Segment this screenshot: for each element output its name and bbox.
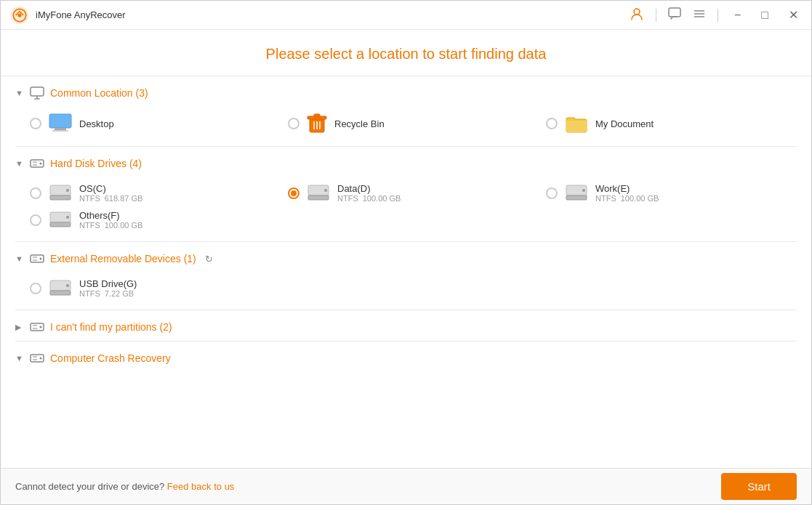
refresh-icon[interactable]: ↻ (205, 254, 213, 264)
item-data-d[interactable]: Data(D) NTFS 100.00 GB (288, 183, 539, 203)
data-d-name: Data(D) (337, 183, 401, 194)
user-icon[interactable] (630, 7, 644, 23)
partition-icon-section (30, 320, 44, 334)
usb-g-info: USB Drive(G) NTFS 7.22 GB (79, 278, 137, 298)
item-os-c[interactable]: OS(C) NTFS 618.87 GB (30, 183, 281, 203)
work-e-name: Work(E) (595, 183, 659, 194)
main-window: iMyFone AnyRecover (0, 0, 812, 505)
section-title-external: External Removable Devices (1) (50, 253, 196, 264)
bottom-text: Cannot detect your drive or device? Feed… (15, 481, 721, 492)
svg-rect-4 (669, 8, 680, 17)
radio-usb-g[interactable] (30, 283, 41, 294)
radio-data-d[interactable] (288, 187, 300, 199)
section-title-crash: Computer Crash Recovery (50, 352, 171, 364)
minimize-button[interactable]: − (730, 7, 745, 23)
svg-point-35 (40, 258, 42, 260)
my-document-info: My Document (595, 118, 654, 129)
bottom-bar: Cannot detect your drive or device? Feed… (1, 468, 811, 504)
work-e-fs: NTFS (595, 194, 616, 203)
item-others-f[interactable]: Others(F) NTFS 100.00 GB (30, 210, 281, 230)
app-title: iMyFone AnyRecover (36, 9, 630, 20)
close-button[interactable]: ✕ (784, 7, 803, 23)
data-d-meta: NTFS 100.00 GB (337, 194, 401, 203)
others-f-fs: NTFS (79, 221, 100, 230)
svg-rect-11 (52, 130, 68, 132)
desktop-info: Desktop (79, 118, 114, 129)
external-items: USB Drive(G) NTFS 7.22 GB (15, 272, 797, 310)
section-header-external[interactable]: ▼ External Removable Devices (1) ↻ (15, 242, 797, 272)
recycle-bin-name: Recycle Bin (334, 118, 385, 129)
section-external: ▼ External Removable Devices (1) ↻ (15, 242, 797, 310)
os-c-name: OS(C) (79, 183, 142, 194)
os-c-meta: NTFS 618.87 GB (79, 194, 142, 203)
drive-f-icon (49, 211, 72, 230)
item-work-e[interactable]: Work(E) NTFS 100.00 GB (546, 183, 797, 203)
hard-disk-items: OS(C) NTFS 618.87 GB (15, 177, 797, 241)
start-button[interactable]: Start (721, 473, 797, 500)
page-title: Please select a location to start findin… (1, 30, 811, 76)
maximize-button[interactable]: □ (757, 7, 773, 23)
section-common-location: ▼ Common Location (3) (15, 76, 797, 147)
work-e-meta: NTFS 100.00 GB (595, 194, 659, 203)
item-my-document[interactable]: My Document (546, 113, 797, 134)
section-title-hdd: Hard Disk Drives (4) (50, 158, 142, 169)
item-recycle-bin[interactable]: Recycle Bin (288, 113, 539, 134)
chevron-down-icon-crash: ▼ (15, 354, 24, 363)
os-c-fs: NTFS (79, 194, 100, 203)
recycle-bin-icon (307, 113, 327, 134)
crash-icon-section (30, 352, 44, 365)
others-f-meta: NTFS 100.00 GB (79, 221, 142, 230)
removable-icon-section (30, 252, 44, 265)
my-document-name: My Document (595, 118, 654, 129)
section-hard-disk: ▼ Hard Disk Drives (4) (15, 147, 797, 242)
radio-document[interactable] (546, 118, 558, 129)
common-location-items: Desktop (15, 107, 797, 146)
section-header-crash[interactable]: ▼ Computer Crash Recovery (15, 342, 797, 372)
main-content: Please select a location to start findin… (1, 30, 811, 468)
radio-recycle[interactable] (288, 118, 300, 129)
usb-g-fs: NTFS (79, 289, 100, 298)
work-e-size: 100.00 GB (621, 194, 659, 203)
svg-rect-39 (50, 291, 71, 295)
chevron-down-icon: ▼ (15, 89, 24, 97)
title-bar: iMyFone AnyRecover (1, 1, 811, 30)
os-c-size: 618.87 GB (105, 194, 143, 203)
section-header-common[interactable]: ▼ Common Location (3) (15, 76, 797, 107)
svg-point-19 (40, 163, 42, 165)
usb-icon (49, 279, 72, 298)
svg-point-42 (40, 326, 42, 328)
radio-os-c[interactable] (30, 187, 41, 199)
svg-rect-23 (50, 195, 71, 200)
chevron-right-icon: ▶ (15, 323, 24, 332)
drive-d-icon (307, 184, 330, 203)
scroll-area[interactable]: ▼ Common Location (3) (1, 76, 811, 468)
recycle-bin-info: Recycle Bin (334, 118, 385, 129)
separator (656, 9, 656, 22)
radio-work-e[interactable] (546, 187, 558, 199)
svg-point-40 (66, 284, 69, 287)
svg-rect-14 (314, 114, 320, 117)
item-desktop[interactable]: Desktop (30, 113, 281, 134)
menu-icon[interactable] (693, 7, 706, 23)
svg-rect-32 (50, 222, 71, 227)
data-d-fs: NTFS (337, 194, 358, 203)
section-header-cant-find[interactable]: ▶ I can't find my partitions (2) (15, 310, 797, 341)
drive-c-icon (49, 184, 72, 203)
desktop-icon (49, 113, 72, 134)
chat-icon[interactable] (668, 7, 681, 23)
svg-point-27 (324, 189, 327, 192)
section-header-hdd[interactable]: ▼ Hard Disk Drives (4) (15, 147, 797, 177)
item-usb-g[interactable]: USB Drive(G) NTFS 7.22 GB (30, 278, 281, 298)
data-d-info: Data(D) NTFS 100.00 GB (337, 183, 401, 203)
feedback-link[interactable]: Feed back to us (167, 481, 235, 492)
others-f-name: Others(F) (79, 210, 142, 221)
radio-others-f[interactable] (30, 214, 41, 226)
svg-point-2 (17, 13, 21, 17)
section-crash-recovery: ▼ Computer Crash Recovery (15, 342, 797, 372)
desktop-name: Desktop (79, 118, 114, 129)
svg-point-46 (40, 357, 42, 360)
title-bar-controls: − □ ✕ (630, 7, 803, 23)
others-f-info: Others(F) NTFS 100.00 GB (79, 210, 142, 230)
radio-desktop[interactable] (30, 118, 41, 129)
section-cant-find: ▶ I can't find my partitions (2) (15, 310, 797, 342)
